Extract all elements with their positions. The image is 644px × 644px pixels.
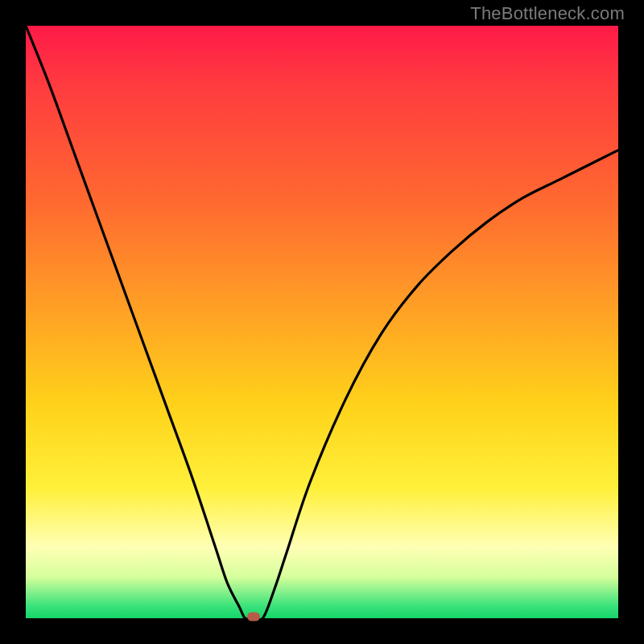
bottleneck-curve — [26, 26, 618, 618]
minimum-marker — [247, 613, 260, 621]
watermark-text: TheBottleneck.com — [470, 3, 625, 24]
plot-area — [26, 26, 618, 618]
chart-frame: TheBottleneck.com — [0, 0, 644, 644]
